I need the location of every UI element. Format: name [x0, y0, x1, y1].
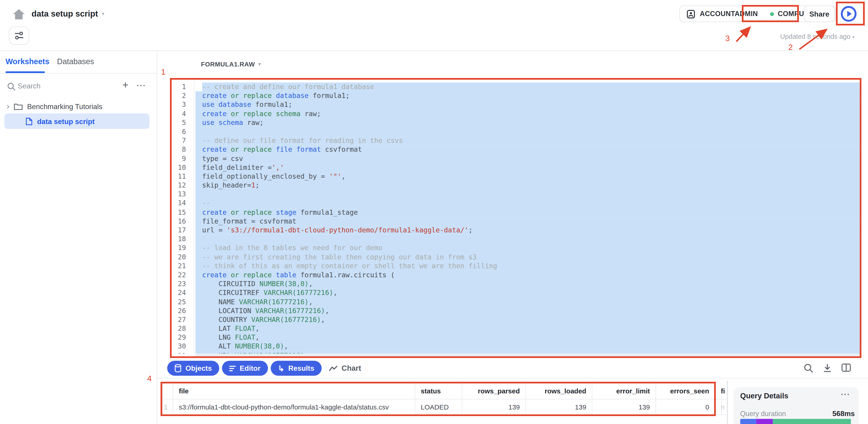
code-line: LAT FLOAT,: [195, 324, 860, 333]
schema-context-selector[interactable]: FORMULA1.RAW ▾: [201, 61, 261, 67]
table-column: error_limit139: [592, 383, 656, 415]
search-input[interactable]: [17, 79, 102, 93]
role-label: ACCOUNTADMIN: [700, 10, 758, 18]
annotation-label-3: 3: [725, 34, 730, 43]
updated-text: Updated 8 seconds ago: [780, 33, 850, 40]
role-selector[interactable]: ACCOUNTADMIN: [686, 9, 758, 19]
tab-databases[interactable]: Databases: [57, 57, 94, 66]
chart-tab[interactable]: Chart: [329, 361, 361, 376]
results-button[interactable]: ↳ Results: [271, 361, 321, 376]
code-line: create or replace database formula1;: [195, 91, 860, 100]
snowsight-worksheet-page: data setup script ▾ ACCOUNTADMIN COMPUTE…: [0, 0, 868, 424]
filter-button[interactable]: [9, 27, 29, 45]
line-number: 30: [170, 342, 186, 351]
chevron-down-icon: ▾: [258, 61, 261, 67]
line-number: 7: [170, 136, 186, 145]
code-line: use database formula1;: [195, 100, 860, 109]
line-number: 1: [170, 83, 186, 92]
table-cell[interactable]: 139: [526, 399, 592, 415]
table-column-header[interactable]: [163, 383, 174, 399]
code-line: url = 's3://formula1-dbt-cloud-python-de…: [195, 226, 860, 235]
line-number: 17: [170, 226, 186, 235]
annotation-arrow-3: [736, 28, 750, 41]
home-button[interactable]: [12, 8, 26, 23]
updated-dropdown[interactable]: Updated 8 seconds ago ▾: [780, 33, 855, 40]
annotation-label-1: 1: [161, 68, 166, 76]
sidebar-more-button[interactable]: ⋯: [136, 79, 146, 91]
split-panel-icon[interactable]: [841, 363, 851, 372]
query-duration-bar: [740, 419, 857, 424]
table-cell[interactable]: n: [715, 399, 726, 415]
line-number: 13: [170, 190, 186, 199]
line-number: 6: [170, 127, 186, 136]
database-icon: [175, 364, 182, 372]
code-line: CIRCUITID NUMBER(38,0),: [195, 280, 860, 289]
results-search-icon[interactable]: [804, 363, 813, 373]
objects-label: Objects: [185, 364, 212, 372]
code-line: LNG FLOAT,: [195, 333, 860, 343]
code-line: [195, 190, 860, 199]
new-worksheet-button[interactable]: +: [122, 79, 128, 91]
share-button[interactable]: Share: [804, 5, 835, 22]
table-cell[interactable]: 139: [462, 399, 525, 415]
code-line: CIRCUITREF VARCHAR(16777216),: [195, 288, 860, 297]
results-label: Results: [288, 364, 314, 372]
sidebar-item-worksheet[interactable]: data setup script: [4, 113, 150, 129]
table-column: rows_parsed139: [462, 383, 526, 415]
table-cell[interactable]: 139: [592, 399, 655, 415]
gutter-divider: [194, 78, 194, 355]
line-number: 20: [170, 253, 186, 262]
table-cell[interactable]: 0: [656, 399, 715, 415]
table-column: rows_loaded139: [526, 383, 592, 415]
tab-worksheets[interactable]: Worksheets: [5, 57, 49, 66]
line-number: 10: [170, 163, 186, 172]
table-cell[interactable]: 1: [163, 399, 173, 415]
search-icon: [7, 83, 16, 91]
table-cell[interactable]: s3://formula1-dbt-cloud-python-demo/form…: [173, 399, 415, 415]
code-line: LOCATION VARCHAR(16777216),: [195, 306, 860, 316]
table-column-header[interactable]: file: [173, 383, 415, 399]
folder-icon: [14, 103, 23, 110]
badge-person-icon: [686, 9, 695, 19]
schema-context-label: FORMULA1.RAW: [201, 61, 255, 67]
table-column-header[interactable]: rows_parsed: [462, 383, 525, 399]
code-line: URL VARCHAR(16777216),: [195, 351, 860, 354]
code-line: field_optionally_enclosed_by = '"',: [195, 172, 860, 181]
table-cell[interactable]: LOADED: [415, 399, 462, 415]
sidebar-item-folder[interactable]: › Benchmarking Tutorials: [7, 101, 102, 112]
line-number: 22: [170, 270, 186, 280]
sql-editor[interactable]: -- create and define our formula1 databa…: [195, 83, 860, 354]
code-line: type = csv: [195, 154, 860, 163]
download-icon[interactable]: [823, 363, 832, 373]
duration-bar-segment: [740, 419, 756, 424]
worksheet-title-dropdown[interactable]: data setup script ▾: [32, 9, 104, 18]
query-details-menu[interactable]: ⋯: [840, 388, 851, 400]
line-number: 5: [170, 118, 186, 127]
duration-bar-segment: [756, 419, 773, 424]
table-column-header[interactable]: errors_seen: [656, 383, 715, 399]
table-column-header[interactable]: status: [415, 383, 462, 399]
code-line: --: [195, 199, 860, 208]
table-column-header[interactable]: error_limit: [592, 383, 655, 399]
objects-button[interactable]: Objects: [167, 361, 219, 376]
line-number: 3: [170, 100, 186, 109]
editor-button[interactable]: Editor: [222, 361, 268, 376]
chevron-down-icon: ▾: [102, 11, 104, 16]
line-number: 19: [170, 244, 186, 253]
line-number: 2: [170, 91, 186, 100]
run-button[interactable]: [838, 4, 859, 24]
editor-scrollbar[interactable]: [195, 354, 860, 356]
duration-bar-segment: [773, 419, 851, 424]
header-divider: [0, 50, 868, 51]
code-line: create or replace schema raw;: [195, 109, 860, 118]
line-number: 14: [170, 199, 186, 208]
line-number: 11: [170, 172, 186, 181]
folder-label: Benchmarking Tutorials: [27, 102, 102, 110]
chart-line-icon: [329, 365, 338, 371]
query-details-panel: Query Details ⋯ Query duration 568ms: [734, 387, 859, 424]
table-column-header[interactable]: rows_loaded: [526, 383, 592, 399]
query-details-title: Query Details: [740, 392, 788, 400]
text-lines-icon: [229, 365, 236, 371]
table-column-header[interactable]: fi: [715, 383, 726, 399]
return-arrow-icon: ↳: [278, 364, 284, 372]
